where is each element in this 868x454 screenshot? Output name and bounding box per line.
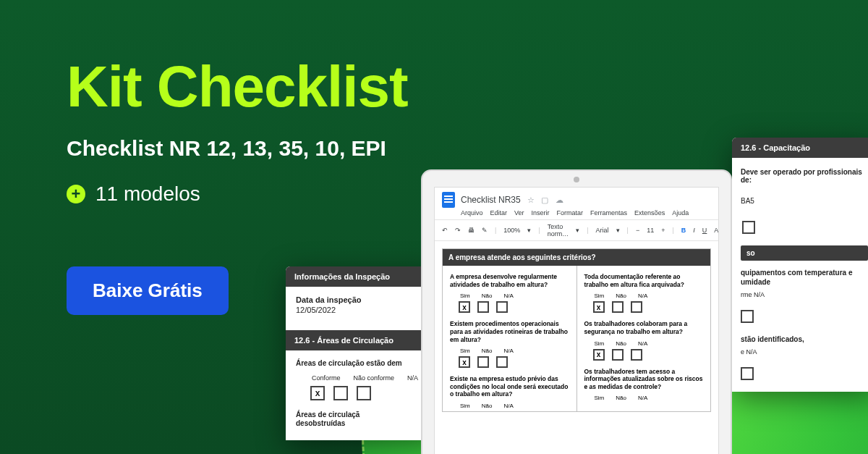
checkbox-icon <box>333 386 348 400</box>
card-header: Informações da Inspeção <box>286 266 441 287</box>
card-subheader: 12.6 - Áreas de Circulação <box>286 330 441 350</box>
checkbox-icon <box>357 386 371 400</box>
menu-item[interactable]: Extensões <box>634 209 665 217</box>
opt-tail: e N/A <box>741 348 757 356</box>
google-docs-icon <box>442 192 455 208</box>
hero-subtitle: Checklist NR 12, 13, 35, 10, EPI <box>67 136 408 161</box>
question-text: Os trabalhadores tem acesso a informaçõe… <box>584 368 704 391</box>
doc-menu-bar: Arquivo Editar Ver Inserir Formatar Ferr… <box>435 209 718 219</box>
print-icon[interactable]: 🖶 <box>468 227 475 234</box>
checkbox-icon <box>477 356 489 368</box>
card-header: 12.6 - Capacitação <box>732 138 868 158</box>
question-text: A empresa desenvolve regularmente ativid… <box>450 273 569 288</box>
menu-item[interactable]: Arquivo <box>461 209 483 217</box>
google-doc-window: Checklist NR35 ☆ ▢ ☁ Arquivo Editar Ver … <box>434 187 719 454</box>
checkbox-icon <box>496 356 508 368</box>
question-text: Toda documentação referente ao trabalho … <box>584 273 704 288</box>
checkbox-icon: x <box>593 301 605 313</box>
checkbox-icon: x <box>459 356 470 368</box>
opt-label: Conforme <box>312 374 341 382</box>
opt-label: Não conforme <box>354 374 395 382</box>
date-value: 12/05/2022 <box>296 306 431 314</box>
question-text: quipamentos com temperatura e umidade <box>741 268 868 287</box>
doc-toolbar: ↶ ↷ 🖶 ✎ | 100%▾ | Texto norm…▾ | Arial▾ … <box>435 219 718 241</box>
cloud-icon: ☁ <box>556 196 563 204</box>
question-text: Áreas de circulaçã desobstruídas <box>296 411 431 429</box>
checkbox-icon <box>477 301 489 313</box>
checkbox-icon <box>496 301 508 313</box>
star-icon: ☆ <box>527 196 535 204</box>
menu-item[interactable]: Ferramentas <box>590 209 627 217</box>
checkbox-icon <box>741 310 754 323</box>
style-select[interactable]: Texto norm… <box>548 223 569 237</box>
doc-left-column: A empresa desenvolve regularmente ativid… <box>443 266 577 411</box>
preview-card-inspecao: Informações da Inspeção Data da inspeção… <box>286 266 441 440</box>
checkbox-icon <box>612 301 624 313</box>
question-text: Existe na empresa estudo prévio das cond… <box>450 375 569 398</box>
checkbox-icon <box>631 349 642 361</box>
laptop-mockup: Checklist NR35 ☆ ▢ ☁ Arquivo Editar Ver … <box>421 169 732 454</box>
bold-icon[interactable]: B <box>681 227 686 234</box>
font-size[interactable]: 11 <box>647 227 654 234</box>
checkbox-icon <box>741 367 754 380</box>
plus-icon: + <box>67 185 85 203</box>
opt-tail: rme N/A <box>741 291 765 298</box>
date-label: Data da inspeção <box>296 295 431 304</box>
italic-icon[interactable]: I <box>693 227 695 234</box>
preview-card-capacitacao: 12.6 - Capacitação Deve ser operado por … <box>732 138 868 392</box>
text-color-icon[interactable]: A <box>714 227 718 234</box>
option-headers: Conforme Não conforme N/A <box>296 374 431 382</box>
question-text: Deve ser operado por profissionais de: <box>741 168 868 184</box>
checkbox-icon: x <box>310 386 325 400</box>
undo-icon[interactable]: ↶ <box>442 227 448 234</box>
menu-item[interactable]: Ver <box>514 209 524 217</box>
option-label: BA5 <box>741 197 754 205</box>
zoom-select[interactable]: 100% <box>503 227 520 234</box>
doc-right-column: Toda documentação referente ao trabalho … <box>577 266 711 411</box>
opt-label: N/A <box>407 374 418 382</box>
move-icon: ▢ <box>541 196 548 204</box>
models-count: 11 modelos <box>95 182 200 206</box>
download-button[interactable]: Baixe Grátis <box>67 266 229 315</box>
webcam-icon <box>574 177 579 182</box>
menu-item[interactable]: Editar <box>490 209 508 217</box>
card-subheader-fragment: so <box>741 245 868 261</box>
doc-title: Checklist NR35 <box>461 195 521 205</box>
checkbox-icon: x <box>459 301 470 313</box>
page-section-header: A empresa atende aos seguintes critérios… <box>443 249 710 266</box>
option-boxes: x <box>296 386 431 400</box>
hero-title: Kit Checklist <box>67 58 408 116</box>
redo-icon[interactable]: ↷ <box>455 227 461 234</box>
models-row: + 11 modelos <box>67 182 408 206</box>
question-text: Existem procedimentos operacionais para … <box>450 320 569 343</box>
question-text: stão identificados, <box>741 335 868 344</box>
checkbox-icon: x <box>593 349 605 361</box>
underline-icon[interactable]: U <box>702 227 707 234</box>
menu-item[interactable]: Inserir <box>532 209 550 217</box>
checkbox-icon <box>631 301 642 313</box>
checkbox-icon <box>742 221 755 234</box>
menu-item[interactable]: Formatar <box>557 209 584 217</box>
question-text: Os trabalhadores colaboram para a segura… <box>584 320 704 335</box>
question-text: Áreas de circulação estão dem <box>296 359 431 369</box>
font-select[interactable]: Arial <box>596 227 609 234</box>
menu-item[interactable]: Ajuda <box>672 209 689 217</box>
paint-icon[interactable]: ✎ <box>482 227 488 234</box>
checkbox-icon <box>612 349 624 361</box>
